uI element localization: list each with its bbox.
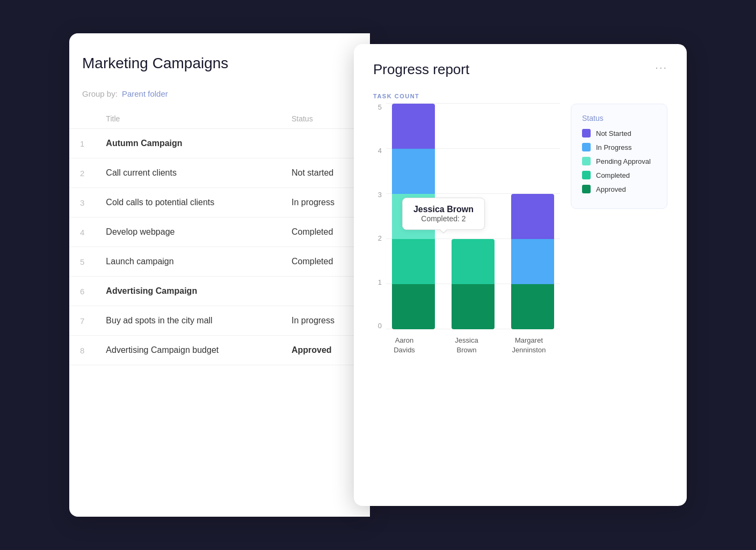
x-label-jessica: Jessica Brown xyxy=(446,336,487,355)
group-by-row[interactable]: Group by: Parent folder xyxy=(69,89,370,98)
y-label-1: 1 xyxy=(373,279,382,286)
y-label-0: 0 xyxy=(373,322,382,329)
row-title: Develop webpage xyxy=(95,218,281,247)
left-panel: Marketing Campaigns Group by: Parent fol… xyxy=(69,33,370,517)
table-row[interactable]: 7Buy ad spots in the city mallIn progres… xyxy=(69,306,370,336)
bar-segment xyxy=(392,104,435,149)
row-title: Autumn Campaign xyxy=(95,129,281,158)
y-label-2: 2 xyxy=(373,235,382,242)
legend-item-label: Pending Approval xyxy=(596,157,651,165)
col-title: Title xyxy=(95,109,281,129)
table-row[interactable]: 2Call current clientsNot started xyxy=(69,158,370,188)
chart-area: TASK COUNT 0 1 2 3 4 5 xyxy=(373,93,667,355)
bar-segment xyxy=(392,149,435,194)
table-row[interactable]: 4Develop webpageCompleted xyxy=(69,218,370,247)
group-by-value[interactable]: Parent folder xyxy=(122,89,168,98)
row-title: Call current clients xyxy=(95,158,281,188)
x-label-margaret: MargaretJenninston xyxy=(508,336,549,355)
row-title: Advertising Campaign budget xyxy=(95,336,281,365)
tooltip-value: Completed: 2 xyxy=(413,214,474,223)
app-container: Marketing Campaigns Group by: Parent fol… xyxy=(69,33,687,517)
table-row[interactable]: 3Cold calls to potential clientsIn progr… xyxy=(69,188,370,218)
row-num: 8 xyxy=(69,336,95,365)
row-num: 7 xyxy=(69,306,95,336)
row-title: Buy ad spots in the city mall xyxy=(95,306,281,336)
chart-wrapper: 0 1 2 3 4 5 xyxy=(373,104,560,355)
bar-group-margaret[interactable] xyxy=(511,104,555,329)
bar-segment xyxy=(511,239,554,284)
legend-item-label: Not Started xyxy=(596,129,631,138)
campaigns-table: Title Status 1Autumn Campaign2Call curre… xyxy=(69,109,370,365)
table-row[interactable]: 1Autumn Campaign xyxy=(69,129,370,158)
chart-and-legend: 0 1 2 3 4 5 xyxy=(373,104,667,355)
bar-segment xyxy=(452,239,495,284)
legend-color-swatch xyxy=(582,185,591,193)
row-num: 4 xyxy=(69,218,95,247)
row-num: 6 xyxy=(69,277,95,306)
legend-color-swatch xyxy=(582,143,591,151)
y-label-5: 5 xyxy=(373,104,382,111)
table-row[interactable]: 8Advertising Campaign budgetApproved xyxy=(69,336,370,365)
bar-segment xyxy=(511,284,554,329)
row-num: 1 xyxy=(69,129,95,158)
legend-item-label: In Progress xyxy=(596,143,631,151)
y-label-3: 3 xyxy=(373,191,382,198)
chart-legend: Status Not StartedIn ProgressPending App… xyxy=(571,104,667,209)
table-header-row: Title Status xyxy=(69,109,370,129)
row-num: 2 xyxy=(69,158,95,188)
report-header: Progress report ··· xyxy=(373,61,667,78)
bar-segment xyxy=(392,239,435,284)
legend-item: Completed xyxy=(582,171,656,179)
row-title: Cold calls to potential clients xyxy=(95,188,281,218)
legend-item: Not Started xyxy=(582,129,656,138)
legend-color-swatch xyxy=(582,157,591,165)
group-by-label: Group by: xyxy=(82,89,118,98)
legend-item: Pending Approval xyxy=(582,157,656,165)
legend-item-label: Approved xyxy=(596,185,626,193)
legend-item: Approved xyxy=(582,185,656,193)
bar-segment xyxy=(452,284,495,329)
bar-tooltip: Jessica Brown Completed: 2 xyxy=(402,198,485,230)
x-axis-labels: Aaron Davids Jessica Brown MargaretJenni… xyxy=(373,329,560,355)
table-row[interactable]: 6Advertising Campaign xyxy=(69,277,370,306)
page-title: Marketing Campaigns xyxy=(69,55,370,72)
y-axis-label: TASK COUNT xyxy=(373,93,667,99)
bar-segment xyxy=(511,194,554,239)
bar-segment xyxy=(392,284,435,329)
more-options-button[interactable]: ··· xyxy=(655,61,667,74)
legend-item-label: Completed xyxy=(596,171,630,179)
y-axis: 0 1 2 3 4 5 xyxy=(373,104,386,329)
y-label-4: 4 xyxy=(373,147,382,154)
col-num xyxy=(69,109,95,129)
row-title: Launch campaign xyxy=(95,247,281,277)
legend-color-swatch xyxy=(582,171,591,179)
tooltip-person-name: Jessica Brown xyxy=(413,205,474,214)
legend-title: Status xyxy=(582,114,656,122)
legend-item: In Progress xyxy=(582,143,656,151)
right-panel: Progress report ··· TASK COUNT 0 1 2 3 4 xyxy=(354,44,687,506)
row-title: Advertising Campaign xyxy=(95,277,281,306)
x-label-aaron: Aaron Davids xyxy=(384,336,425,355)
row-num: 5 xyxy=(69,247,95,277)
report-title: Progress report xyxy=(373,61,469,78)
legend-color-swatch xyxy=(582,129,591,138)
table-row[interactable]: 5Launch campaignCompleted xyxy=(69,247,370,277)
row-num: 3 xyxy=(69,188,95,218)
